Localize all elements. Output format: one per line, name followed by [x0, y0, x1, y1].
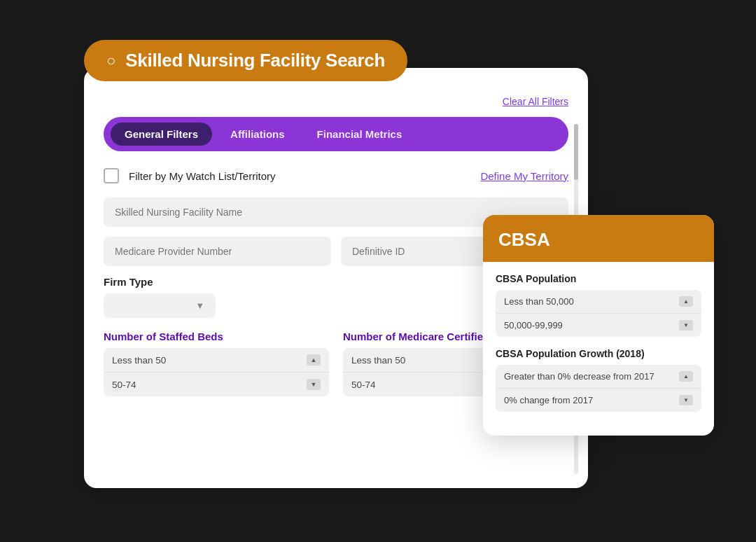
- cbsa-pop-item-0: Less than 50,000: [504, 296, 574, 307]
- page-title: Skilled Nursing Facility Search: [125, 50, 385, 71]
- cbsa-growth-item-1: 0% change from 2017: [504, 395, 593, 405]
- staffed-beds-label: Number of Staffed Beds: [104, 331, 329, 342]
- title-pill: ○ Skilled Nursing Facility Search: [84, 40, 407, 81]
- firm-type-dropdown[interactable]: ▼: [104, 293, 216, 318]
- watchlist-row: Filter by My Watch List/Territory Define…: [104, 168, 568, 183]
- staffed-beds-down-1[interactable]: ▼: [307, 379, 321, 390]
- list-item: Less than 50,000 ▲: [496, 290, 701, 314]
- cbsa-growth-arrows-1: ▼: [679, 395, 693, 405]
- cbsa-card: CBSA CBSA Population Less than 50,000 ▲ …: [483, 215, 714, 436]
- cbsa-pop-item-1: 50,000-99,999: [504, 320, 563, 331]
- cbsa-growth-down-1[interactable]: ▼: [679, 395, 693, 405]
- list-item: Greater than 0% decrease from 2017 ▲: [496, 365, 701, 389]
- medicare-certified-item-1: 50-74: [351, 380, 376, 390]
- watchlist-label: Filter by My Watch List/Territory: [129, 170, 470, 182]
- staffed-beds-item-0: Less than 50: [112, 355, 166, 366]
- search-icon: ○: [106, 53, 115, 69]
- cbsa-pop-arrows-1: ▼: [679, 320, 693, 331]
- cbsa-growth-up-0[interactable]: ▲: [679, 371, 693, 382]
- tab-general-filters[interactable]: General Filters: [111, 123, 212, 146]
- staffed-beds-list: Less than 50 ▲ 50-74 ▼: [104, 348, 329, 396]
- tab-affiliations[interactable]: Affiliations: [216, 123, 299, 146]
- scrollbar-thumb[interactable]: [574, 124, 578, 180]
- chevron-down-icon: ▼: [195, 300, 204, 311]
- cbsa-header: CBSA: [483, 215, 714, 262]
- define-territory-link[interactable]: Define My Territory: [480, 170, 568, 182]
- list-item: 0% change from 2017 ▼: [496, 389, 701, 412]
- tabs-bar: General Filters Affiliations Financial M…: [104, 117, 568, 151]
- list-item: 50,000-99,999 ▼: [496, 314, 701, 337]
- list-item: Less than 50 ▲: [104, 348, 329, 373]
- medicare-certified-item-0: Less than 50: [351, 355, 405, 366]
- cbsa-body: CBSA Population Less than 50,000 ▲ 50,00…: [483, 262, 714, 436]
- cbsa-pop-arrows-0: ▲: [679, 296, 693, 307]
- cbsa-growth-label: CBSA Population Growth (2018): [496, 348, 701, 359]
- medicare-input[interactable]: [104, 237, 331, 266]
- cbsa-pop-down-1[interactable]: ▼: [679, 320, 693, 331]
- medicare-wrap: [104, 237, 331, 266]
- staffed-beds-up-0[interactable]: ▲: [307, 354, 321, 366]
- cbsa-growth-arrows-0: ▲: [679, 371, 693, 382]
- cbsa-growth-list: Greater than 0% decrease from 2017 ▲ 0% …: [496, 365, 701, 412]
- cbsa-title: CBSA: [498, 229, 550, 250]
- cbsa-population-list: Less than 50,000 ▲ 50,000-99,999 ▼: [496, 290, 701, 337]
- watchlist-checkbox[interactable]: [104, 168, 119, 183]
- staffed-beds-arrows-0: ▲: [307, 354, 321, 366]
- cbsa-growth-item-0: Greater than 0% decrease from 2017: [504, 371, 654, 382]
- clear-filters-row: Clear All Filters: [104, 96, 568, 107]
- cbsa-pop-up-0[interactable]: ▲: [679, 296, 693, 307]
- staffed-beds-col: Number of Staffed Beds Less than 50 ▲ 50…: [104, 331, 329, 396]
- clear-all-filters-button[interactable]: Clear All Filters: [503, 96, 568, 107]
- list-item: 50-74 ▼: [104, 373, 329, 396]
- staffed-beds-arrows-1: ▼: [307, 379, 321, 390]
- staffed-beds-item-1: 50-74: [112, 380, 136, 390]
- tab-financial-metrics[interactable]: Financial Metrics: [303, 123, 416, 146]
- cbsa-population-label: CBSA Population: [496, 273, 701, 284]
